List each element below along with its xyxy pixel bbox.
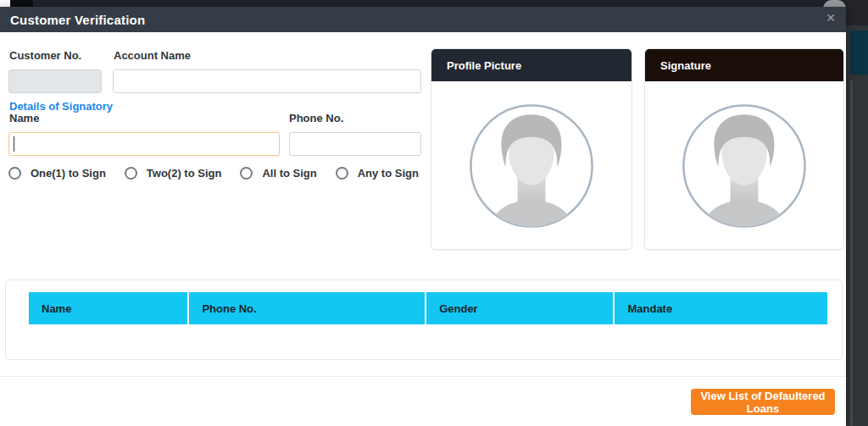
modal-title: Customer Verification xyxy=(0,13,145,27)
signature-body xyxy=(645,81,843,250)
signatory-phone-label: Phone No. xyxy=(289,112,343,124)
signature-panel: Signature xyxy=(644,48,844,250)
radio-circle-icon[interactable] xyxy=(336,167,348,180)
account-name-label: Account Name xyxy=(114,49,191,62)
profile-picture-header: Profile Picture xyxy=(431,49,632,81)
signature-header: Signature xyxy=(645,49,843,81)
view-defaultered-loans-button[interactable]: View List of Defaultered Loans xyxy=(691,389,835,415)
col-header-gender: Gender xyxy=(426,292,614,324)
account-name-input[interactable] xyxy=(113,69,421,93)
background-side-band xyxy=(846,0,868,426)
col-header-phone: Phone No. xyxy=(188,292,426,324)
profile-picture-title: Profile Picture xyxy=(447,59,521,72)
customer-no-input[interactable] xyxy=(8,69,102,93)
close-icon[interactable]: ✕ xyxy=(826,12,836,24)
radio-any-to-sign[interactable]: Any to Sign xyxy=(336,167,419,180)
radio-circle-icon[interactable] xyxy=(8,167,21,180)
radio-one-to-sign[interactable]: One(1) to Sign xyxy=(8,167,106,180)
radio-all-to-sign[interactable]: All to Sign xyxy=(240,167,316,180)
signatories-table-card: Name Phone No. Gender Mandate xyxy=(5,279,843,360)
profile-picture-panel: Profile Picture xyxy=(431,48,632,250)
background-side-band-top xyxy=(846,0,868,25)
radio-circle-icon[interactable] xyxy=(240,167,253,180)
profile-picture-body xyxy=(431,81,632,250)
signatory-name-label: Name xyxy=(9,112,39,124)
background-teal-block xyxy=(850,30,868,75)
radio-circle-icon[interactable] xyxy=(125,167,137,180)
signatory-phone-input[interactable] xyxy=(289,132,421,156)
background-side-band-line xyxy=(850,80,853,426)
modal-header: Customer Verification ✕ xyxy=(0,7,846,32)
col-header-mandate: Mandate xyxy=(614,292,827,324)
signatory-name-input[interactable] xyxy=(8,132,280,156)
avatar-placeholder-icon xyxy=(467,102,596,230)
radio-two-to-sign[interactable]: Two(2) to Sign xyxy=(125,167,222,180)
customer-no-label: Customer No. xyxy=(9,49,81,62)
text-caret xyxy=(14,136,14,152)
signature-title: Signature xyxy=(660,59,711,72)
footer-divider xyxy=(0,376,846,377)
avatar-placeholder-icon xyxy=(680,102,809,230)
mandate-radio-group: One(1) to Sign Two(2) to Sign All to Sig… xyxy=(8,167,419,180)
signatories-table: Name Phone No. Gender Mandate xyxy=(29,292,827,324)
col-header-name: Name xyxy=(29,292,188,324)
table-header-row: Name Phone No. Gender Mandate xyxy=(29,292,827,324)
customer-verification-modal: Customer Verification ✕ Customer No. Acc… xyxy=(0,7,846,426)
details-of-signatory-heading: Details of Signatory xyxy=(9,100,113,113)
